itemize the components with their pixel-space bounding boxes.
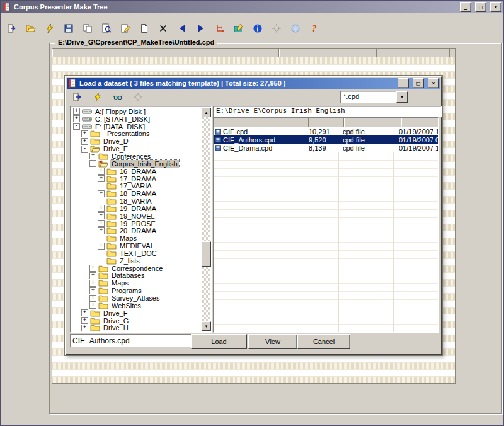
tree-item-label[interactable]: A:[ Floppy Disk ] [94,108,147,115]
tree-item-label[interactable]: 17_VARIA [118,182,153,190]
globe-toolbar-button[interactable] [290,23,301,33]
tree-toolbar-button[interactable] [214,23,226,33]
scroll-up-icon[interactable]: ▲ [202,108,211,117]
tree-item-label[interactable]: 17_DRAMA [118,175,158,183]
modified-file-column-header[interactable] [401,118,438,127]
chevron-down-icon[interactable]: ▼ [396,91,408,103]
tree-item-label[interactable]: Drive_G [102,317,130,325]
dialog-minimize-button[interactable]: _ [398,78,409,88]
drive-d-tree-item[interactable]: + Drive_D [72,137,202,145]
exit-toolbar-button[interactable] [6,23,18,33]
survey-atlases-tree-item[interactable]: + Survey_Atlases [72,294,202,302]
tree-item-label[interactable]: Survey_Atlases [110,294,161,302]
load-button[interactable]: Load [191,334,247,349]
maps-tree-item[interactable]: + Maps [72,279,202,287]
cie-drama-cpd-file-row[interactable]: CIE_Drama.cpd 8,139 cpd file 01/19/2007 … [214,144,438,152]
17-varia-tree-item[interactable]: 17_VARIA [72,182,202,190]
size-file-column-header[interactable] [309,118,344,127]
scrollbar-thumb[interactable] [202,241,211,267]
e-data-disk-tree-item[interactable]: - E: [DATA_DISK] [72,123,202,130]
tree-item-label[interactable]: Drive_H [102,324,130,331]
exit-dialog-toolbar-button[interactable] [72,91,83,102]
expander-icon[interactable]: + [89,302,96,309]
medieval-tree-item[interactable]: + MEDIEVAL [72,242,202,250]
z-lists-tree-item[interactable]: Z_lists [72,257,202,265]
forward-toolbar-button[interactable] [195,23,207,33]
expander-icon[interactable]: + [98,168,105,175]
copy-toolbar-button[interactable] [82,23,93,33]
tree-item-label[interactable]: WebSites [110,302,142,309]
drive-f-tree-item[interactable]: + Drive_F [72,309,202,317]
c-start-disk-tree-item[interactable]: + C: [START_DISK] [72,115,202,123]
filename-input[interactable] [70,334,210,347]
expander-icon[interactable]: + [73,108,80,115]
expander-icon[interactable]: + [73,115,80,122]
tree-item-label[interactable]: Correspondence [110,265,164,272]
expander-icon[interactable]: + [81,138,88,145]
minimize-button[interactable]: _ [460,2,471,12]
expander-icon[interactable]: + [89,280,96,287]
18-varia-tree-item[interactable]: 18_VARIA [72,197,202,205]
expander-icon[interactable]: + [98,205,105,212]
tree-item-label[interactable]: Conferences [110,153,152,160]
notes-toolbar-button[interactable] [120,23,131,33]
expander-icon[interactable]: + [89,287,96,294]
name-file-column-header[interactable] [214,118,309,127]
tree-item-label[interactable]: Z_lists [118,257,141,265]
view-button[interactable]: View [248,334,297,349]
cie-cpd-file-row[interactable]: CIE.cpd 10,291 cpd file 01/19/2007 1... [214,127,438,135]
back-toolbar-button[interactable] [176,23,188,33]
17-drama-tree-item[interactable]: + 17_DRAMA [72,175,202,183]
tree-item-label[interactable]: E: [DATA_DISK] [94,123,146,130]
expander-icon[interactable]: + [98,243,105,250]
tree-item-label[interactable]: 19_PROSE [118,220,157,227]
maximize-button[interactable]: □ [475,2,486,12]
tree-item-label[interactable]: Programs [110,287,143,294]
expander-icon[interactable]: + [98,227,105,234]
new-toolbar-button[interactable] [139,23,150,33]
tree-item-label[interactable]: Maps [118,234,138,242]
maps-tree-item[interactable]: Maps [72,234,202,242]
expander-icon[interactable]: + [81,309,88,316]
tree-item-label[interactable]: Corpus_Irish_English [110,160,179,168]
drive-e-tree-item[interactable]: - Drive_E [72,145,202,153]
expander-icon[interactable]: + [81,325,88,331]
tree-item-label[interactable]: 19_NOVEL [118,212,156,220]
19-prose-tree-item[interactable]: + 19_PROSE [72,220,202,227]
dialog-close-button[interactable]: × [428,78,439,88]
run-toolbar-button[interactable] [44,23,55,33]
open-toolbar-button[interactable] [25,23,37,33]
expander-icon[interactable]: + [98,220,105,227]
16-drama-tree-item[interactable]: + 16_DRAMA [72,168,202,175]
websites-tree-item[interactable]: + WebSites [72,302,202,309]
file-filter-combo[interactable]: *.cpd ▼ [340,91,408,103]
conferences-tree-item[interactable]: + Conferences [72,153,202,160]
tree-item-label[interactable]: 18_VARIA [118,197,153,205]
tree-item-label[interactable]: MEDIEVAL [118,242,156,250]
presentations-tree-item[interactable]: + _Presentations [72,130,202,138]
tree-item-label[interactable]: Databases [110,272,146,279]
databases-tree-item[interactable]: + Databases [72,272,202,280]
correspondence-tree-item[interactable]: + Correspondence [72,265,202,272]
target-dialog-toolbar-button[interactable] [132,91,144,102]
dialog-maximize-button[interactable]: □ [413,78,424,88]
expander-icon[interactable]: + [89,153,96,159]
expander-icon[interactable]: + [81,317,88,324]
20-drama-tree-item[interactable]: + 20_DRAMA [72,227,202,235]
expander-icon[interactable]: + [98,212,105,219]
19-novel-tree-item[interactable]: + 19_NOVEL [72,212,202,220]
tree-item-label[interactable]: _Presentations [102,130,151,137]
info-toolbar-button[interactable] [252,23,263,33]
corpus-irish-english-tree-item[interactable]: - Corpus_Irish_English [72,160,202,168]
mail-toolbar-button[interactable] [233,23,244,33]
tree-item-label[interactable]: 20_DRAMA [118,227,158,234]
text-doc-tree-item[interactable]: TEXT_DOC [72,250,202,257]
expander-icon[interactable]: + [89,265,96,272]
delete-toolbar-button[interactable] [158,23,169,33]
tree-item-label[interactable]: Drive_E [102,145,129,153]
tree-item-label[interactable]: Drive_D [102,137,130,145]
cie-authors-cpd-file-row[interactable]: CIE_Authors.cpd 9,520 cpd file 01/19/200… [214,135,438,144]
run-dialog-toolbar-button[interactable] [92,91,103,102]
cancel-button[interactable]: Cancel [297,334,350,349]
tree-item-label[interactable]: 19_DRAMA [118,205,158,212]
